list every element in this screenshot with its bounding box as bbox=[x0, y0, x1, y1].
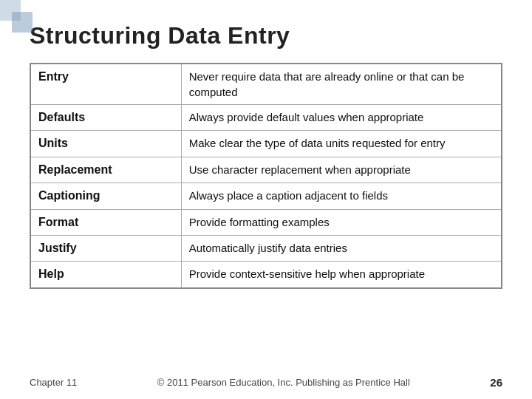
page-content: Structuring Data Entry EntryNever requir… bbox=[0, 0, 532, 304]
table-cell-term: Entry bbox=[30, 64, 181, 105]
table-cell-term: Captioning bbox=[30, 183, 181, 209]
footer-page: 26 bbox=[490, 376, 502, 389]
table-row: FormatProvide formatting examples bbox=[30, 209, 502, 235]
table-row: ReplacementUse character replacement whe… bbox=[30, 157, 502, 183]
table-cell-description: Always provide default values when appro… bbox=[181, 105, 502, 131]
table-cell-description: Use character replacement when appropria… bbox=[181, 157, 502, 183]
table-cell-description: Always place a caption adjacent to field… bbox=[181, 183, 502, 209]
table-cell-description: Never require data that are already onli… bbox=[181, 64, 502, 105]
table-cell-term: Replacement bbox=[30, 157, 181, 183]
footer-chapter: Chapter 11 bbox=[30, 377, 77, 388]
table-cell-term: Justify bbox=[30, 235, 181, 261]
table-row: HelpProvide context-sensitive help when … bbox=[30, 262, 502, 288]
page-title: Structuring Data Entry bbox=[30, 22, 502, 50]
table-row: DefaultsAlways provide default values wh… bbox=[30, 105, 502, 131]
table-cell-term: Help bbox=[30, 262, 181, 288]
table-cell-term: Units bbox=[30, 131, 181, 157]
table-cell-description: Make clear the type of data units reques… bbox=[181, 131, 502, 157]
table-row: UnitsMake clear the type of data units r… bbox=[30, 131, 502, 157]
corner-decoration bbox=[0, 0, 44, 44]
table-row: EntryNever require data that are already… bbox=[30, 64, 502, 105]
footer: Chapter 11 © 2011 Pearson Education, Inc… bbox=[0, 376, 532, 389]
table-row: JustifyAutomatically justify data entrie… bbox=[30, 235, 502, 261]
table-cell-description: Provide formatting examples bbox=[181, 209, 502, 235]
data-table: EntryNever require data that are already… bbox=[30, 63, 502, 289]
table-cell-term: Format bbox=[30, 209, 181, 235]
footer-copyright: © 2011 Pearson Education, Inc. Publishin… bbox=[77, 377, 490, 388]
table-cell-description: Automatically justify data entries bbox=[181, 235, 502, 261]
table-row: CaptioningAlways place a caption adjacen… bbox=[30, 183, 502, 209]
table-cell-term: Defaults bbox=[30, 105, 181, 131]
table-cell-description: Provide context-sensitive help when appr… bbox=[181, 262, 502, 288]
